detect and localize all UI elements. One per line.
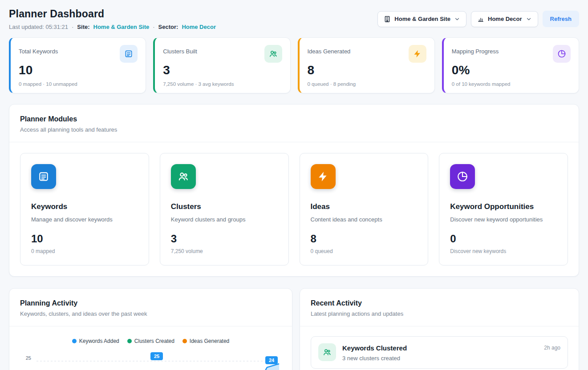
legend-item-keywords-added: Keywords Added [72, 338, 119, 344]
stat-value: 10 [19, 63, 138, 77]
module-value: 0 [450, 233, 557, 245]
header-controls: Home & Garden Site Home Decor Refresh [377, 8, 579, 27]
pie-chart-icon [450, 164, 475, 189]
module-description: Discover new keyword opportunities [450, 216, 557, 223]
module-description: Content ideas and concepts [311, 216, 418, 223]
stat-top: Mapping Progress [452, 45, 571, 63]
activity-body: Keywords Clustered 3 new clusters create… [342, 343, 538, 362]
legend-dot-orange [182, 339, 187, 343]
document-list-icon [31, 164, 56, 189]
modules-title: Planner Modules [20, 115, 568, 123]
site-select[interactable]: Home & Garden Site [377, 11, 466, 27]
stat-title: Total Keywords [19, 45, 58, 55]
module-description: Manage and discover keywords [31, 216, 138, 223]
stat-card-clusters-built: Clusters Built 3 7,250 volume · 3 avg ke… [153, 37, 290, 93]
stat-title: Ideas Generated [308, 45, 351, 55]
activity-description: 3 new clusters created [342, 355, 538, 362]
module-title: Keywords [31, 202, 138, 211]
stat-sub: 0 queued · 8 pending [308, 81, 426, 87]
stat-top: Clusters Built [163, 45, 282, 63]
stat-card-mapping-progress: Mapping Progress 0% 0 of 10 keywords map… [442, 37, 579, 93]
module-title: Keyword Opportunities [450, 202, 557, 211]
pie-chart-icon [553, 45, 571, 63]
chart-area: 25 25 24 [20, 351, 281, 370]
header-meta: Last updated: 05:31:21 · Site: Home & Ga… [9, 24, 216, 30]
legend-dot-blue [72, 339, 77, 343]
panel-head: Planning Activity Keywords, clusters, an… [9, 289, 292, 326]
stat-card-ideas-generated: Ideas Generated 8 0 queued · 8 pending [298, 37, 435, 93]
planning-activity-panel: Planning Activity Keywords, clusters, an… [9, 288, 292, 370]
activity-list: Keywords Clustered 3 new clusters create… [300, 326, 579, 370]
svg-text:25: 25 [154, 354, 159, 359]
header-left: Planner Dashboard Last updated: 05:31:21… [9, 8, 216, 30]
users-icon [171, 164, 196, 189]
page-title: Planner Dashboard [9, 8, 216, 20]
planner-modules-panel: Planner Modules Access all planning tool… [9, 104, 579, 277]
stat-value: 8 [308, 63, 426, 77]
module-sub: Discover new keywords [450, 248, 557, 254]
module-title: Clusters [171, 202, 278, 211]
stat-top: Total Keywords [19, 45, 138, 63]
chevron-down-icon [526, 16, 532, 22]
y-axis-tick: 25 [20, 351, 34, 361]
building-icon [384, 16, 391, 23]
header: Planner Dashboard Last updated: 05:31:21… [9, 8, 579, 30]
stat-title: Mapping Progress [452, 45, 499, 55]
site-link[interactable]: Home & Garden Site [93, 24, 150, 30]
module-description: Keyword clusters and groups [171, 216, 278, 223]
refresh-button[interactable]: Refresh [543, 11, 579, 27]
modules-grid: Keywords Manage and discover keywords 10… [9, 142, 579, 276]
lightning-icon [409, 45, 426, 63]
lightning-icon [311, 164, 336, 189]
chart-legend: Keywords Added Clusters Created Ideas Ge… [20, 338, 281, 344]
activity-timestamp: 2h ago [544, 343, 560, 351]
module-card-clusters[interactable]: Clusters Keyword clusters and groups 3 7… [160, 153, 289, 265]
last-updated-text: Last updated: 05:31:21 [9, 24, 68, 30]
stat-card-total-keywords: Total Keywords 10 0 mapped · 10 unmapped [9, 37, 146, 93]
stat-sub: 0 mapped · 10 unmapped [19, 81, 138, 87]
recent-activity-panel: Recent Activity Latest planning actions … [300, 288, 579, 370]
meta-separator: · [153, 24, 154, 30]
document-list-icon [120, 45, 138, 63]
planning-activity-subtitle: Keywords, clusters, and ideas over the p… [20, 310, 281, 317]
planning-activity-chart: Keywords Added Clusters Created Ideas Ge… [9, 326, 292, 370]
module-sub: 0 mapped [31, 248, 138, 254]
module-card-keywords[interactable]: Keywords Manage and discover keywords 10… [20, 153, 149, 265]
recent-activity-subtitle: Latest planning actions and updates [311, 310, 568, 317]
sector-link[interactable]: Home Decor [182, 24, 216, 30]
stat-sub: 7,250 volume · 3 avg keywords [163, 81, 282, 87]
module-sub: 0 queued [311, 248, 418, 254]
module-value: 10 [31, 233, 138, 245]
legend-label: Clusters Created [134, 338, 174, 344]
recent-activity-title: Recent Activity [311, 299, 568, 307]
legend-item-clusters-created: Clusters Created [127, 338, 174, 344]
sector-select[interactable]: Home Decor [471, 11, 538, 27]
stat-top: Ideas Generated [308, 45, 426, 63]
modules-subtitle: Access all planning tools and features [20, 126, 568, 133]
stat-value: 3 [163, 63, 282, 77]
area-chart: 25 24 [34, 351, 281, 370]
sector-label: Sector: [158, 24, 178, 30]
module-card-ideas[interactable]: Ideas Content ideas and concepts 8 0 que… [300, 153, 429, 265]
legend-dot-green [127, 339, 132, 343]
bottom-row: Planning Activity Keywords, clusters, an… [9, 288, 579, 370]
point-label-25: 25 [150, 352, 163, 360]
module-value: 8 [311, 233, 418, 245]
module-title: Ideas [311, 202, 418, 211]
stat-value: 0% [452, 63, 571, 77]
meta-separator: · [72, 24, 73, 30]
users-icon [264, 45, 282, 63]
planning-activity-title: Planning Activity [20, 299, 281, 307]
svg-text:24: 24 [269, 358, 275, 363]
module-sub: 7,250 volume [171, 248, 278, 254]
module-card-keyword-opportunities[interactable]: Keyword Opportunities Discover new keywo… [439, 153, 568, 265]
stats-row: Total Keywords 10 0 mapped · 10 unmapped… [9, 37, 579, 93]
users-icon [318, 343, 336, 361]
site-label: Site: [77, 24, 89, 30]
panel-head: Recent Activity Latest planning actions … [300, 289, 579, 326]
sector-select-value: Home Decor [488, 16, 522, 22]
site-select-value: Home & Garden Site [394, 16, 450, 22]
activity-title: Keywords Clustered [342, 343, 538, 352]
point-label-24: 24 [265, 356, 278, 364]
stat-title: Clusters Built [163, 45, 197, 55]
